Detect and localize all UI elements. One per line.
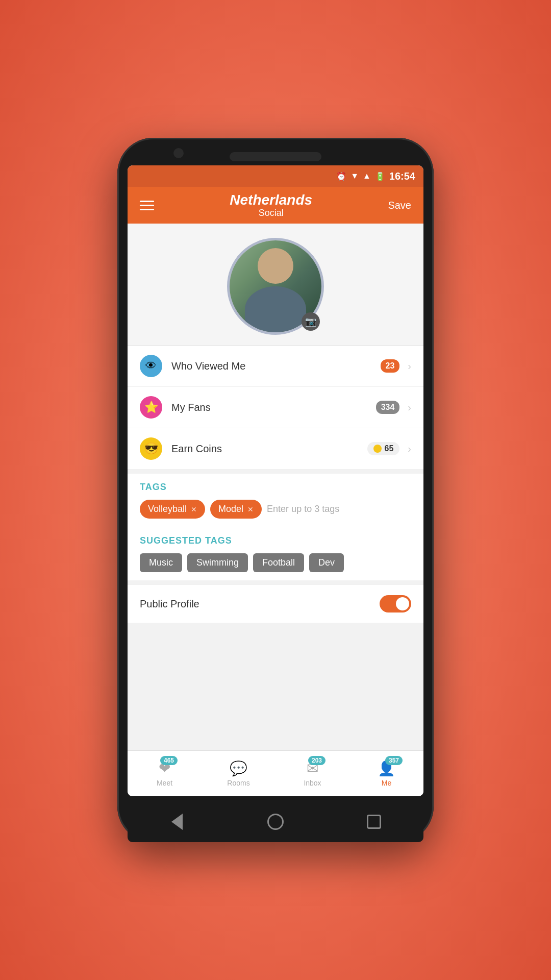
nav-meet[interactable]: ❤ 465 Meet [128,760,202,787]
app-title: Netherlands Social [230,192,312,218]
nav-rooms[interactable]: 💬 Rooms [202,760,276,787]
earn-coins-icon: 😎 [140,437,162,460]
phone-screen: ⏰ ▼ ▲ 🔋 16:54 Netherlands Social Save [128,165,423,796]
who-viewed-badge-wrap: 23 › [381,359,411,373]
status-bar: ⏰ ▼ ▲ 🔋 16:54 [128,165,423,187]
tags-section-label: TAGS [140,482,411,493]
who-viewed-badge: 23 [381,359,400,373]
tags-section: TAGS Volleyball ✕ Model ✕ Enter up to 3 … [128,474,423,527]
tags-placeholder[interactable]: Enter up to 3 tags [267,504,339,514]
my-fans-label: My Fans [171,402,376,413]
tag-volleyball-remove[interactable]: ✕ [191,505,197,513]
coin-value: 65 [385,444,394,453]
save-button[interactable]: Save [388,200,411,211]
tag-model-label: Model [218,504,243,514]
earn-coins-item[interactable]: 😎 Earn Coins 65 › [128,428,423,470]
who-viewed-icon: 👁 [140,355,162,377]
wifi-icon: ▼ [350,172,359,181]
phone-hardware-nav [128,801,423,842]
coin-badge: 65 [367,442,400,455]
suggested-tag-dev[interactable]: Dev [309,553,344,572]
inbox-badge: 203 [308,756,325,765]
earn-coins-chevron: › [408,443,411,455]
who-viewed-label: Who Viewed Me [171,360,381,372]
me-badge: 357 [385,756,403,765]
tag-volleyball-label: Volleyball [148,504,187,514]
alarm-icon: ⏰ [336,172,346,181]
earn-coins-badge-wrap: 65 › [367,442,411,455]
camera-icon: 📷 [305,316,316,327]
menu-section: 👁 Who Viewed Me 23 › ⭐ My Fans 334 › [128,346,423,470]
battery-icon: 🔋 [375,172,385,181]
suggested-tags-label: SUGGESTED TAGS [140,535,411,546]
me-icon: 👤 357 [378,760,395,777]
tag-model-remove[interactable]: ✕ [247,505,254,513]
public-profile-row: Public Profile [128,584,423,623]
rooms-icon: 💬 [230,760,247,777]
inbox-icon: ✉ 203 [307,760,318,777]
who-viewed-me-item[interactable]: 👁 Who Viewed Me 23 › [128,346,423,387]
tag-model[interactable]: Model ✕ [210,500,262,519]
public-profile-toggle[interactable] [380,595,411,612]
my-fans-chevron: › [408,402,411,413]
back-icon [171,814,183,830]
suggested-tag-swimming[interactable]: Swimming [187,553,248,572]
me-label: Me [382,779,391,787]
avatar-wrap: 📷 [227,238,324,335]
coin-dot [373,445,382,453]
suggested-tag-music[interactable]: Music [140,553,182,572]
home-icon [267,814,284,830]
hamburger-line-2 [140,205,154,206]
my-fans-item[interactable]: ⭐ My Fans 334 › [128,387,423,428]
nav-inbox[interactable]: ✉ 203 Inbox [276,760,349,787]
recent-icon [367,815,381,829]
app-header: Netherlands Social Save [128,187,423,224]
recent-button[interactable] [364,812,384,832]
rooms-label: Rooms [227,779,249,787]
hamburger-line-3 [140,209,154,210]
hamburger-menu-button[interactable] [140,201,154,210]
tag-volleyball[interactable]: Volleyball ✕ [140,500,205,519]
suggested-tags-section: SUGGESTED TAGS Music Swimming Football D… [128,527,423,580]
my-fans-icon: ⭐ [140,396,162,419]
change-photo-button[interactable]: 📷 [302,312,320,331]
profile-section: 📷 [128,224,423,346]
suggested-tags-list: Music Swimming Football Dev [140,553,411,572]
meet-icon: ❤ 465 [159,760,170,777]
my-fans-badge-wrap: 334 › [376,401,411,414]
suggested-tag-football[interactable]: Football [253,553,304,572]
status-icons: ⏰ ▼ ▲ 🔋 16:54 [336,170,415,182]
phone-camera [173,148,184,158]
hamburger-line-1 [140,201,154,202]
nav-me[interactable]: 👤 357 Me [349,760,423,787]
bottom-nav: ❤ 465 Meet 💬 Rooms ✉ 203 Inbox [128,750,423,796]
who-viewed-chevron: › [408,360,411,372]
tags-input-row: Volleyball ✕ Model ✕ Enter up to 3 tags [140,500,411,519]
earn-coins-label: Earn Coins [171,443,367,455]
status-time: 16:54 [389,170,415,182]
meet-label: Meet [157,779,172,787]
meet-badge: 465 [160,756,178,765]
phone-speaker [230,152,321,161]
public-profile-label: Public Profile [140,598,199,610]
home-button[interactable] [265,812,286,832]
signal-icon: ▲ [363,172,371,181]
inbox-label: Inbox [304,779,321,787]
back-button[interactable] [167,812,187,832]
my-fans-badge: 334 [376,401,400,414]
